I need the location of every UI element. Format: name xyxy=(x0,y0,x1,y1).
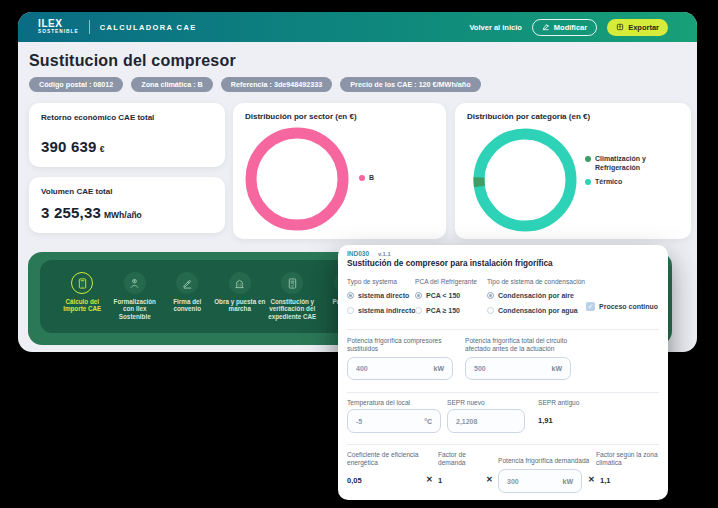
field-label-potencia-sustituidos: Potencia frigorífica compresores sustitu… xyxy=(347,337,451,353)
legend-item: B xyxy=(359,174,374,183)
chart-legend: B xyxy=(359,174,374,183)
donut-ring-sector xyxy=(251,133,343,225)
app-title: CALCULADORA CAE xyxy=(100,23,197,32)
input-temperatura[interactable]: -5 °C xyxy=(347,409,441,433)
divider xyxy=(347,329,659,330)
ilex-logo: ILEX SOSTENIBLE xyxy=(38,19,79,35)
donut-chart-sector xyxy=(241,123,353,235)
logo-text-bottom: SOSTENIBLE xyxy=(38,30,79,35)
group-label-tipo-sistema: Typo de systema xyxy=(347,278,397,286)
radio-sistema-indirecto[interactable]: sistema indirecto xyxy=(347,307,416,314)
stat-card-cae-volume: Volumen CAE total 3 255,33 MWh/año xyxy=(29,177,225,233)
step-label: Cálculo del Importe CAE xyxy=(56,298,109,313)
step-label: Formalización con Ilex Sostenible xyxy=(109,298,162,320)
legend-dot-icon xyxy=(585,156,591,162)
money-hand-icon xyxy=(129,278,140,289)
radio-icon xyxy=(415,307,422,314)
construction-icon xyxy=(234,278,245,289)
field-label-sepr-nuevo: SEPR nuevo xyxy=(447,399,485,407)
radio-icon xyxy=(487,292,494,299)
step-label: Obra y puesta en marcha xyxy=(214,298,267,313)
divider xyxy=(347,444,659,445)
modify-button-label: Modificar xyxy=(554,23,587,32)
radio-pca-menor-150[interactable]: PCA < 150 xyxy=(415,292,460,299)
calc-value-coeficiente: 0,05 xyxy=(347,476,362,485)
calc-label-factor-zona: Factor según la zona climática xyxy=(596,451,658,467)
calc-value-factor-demanda: 1 xyxy=(438,476,442,485)
radio-pca-mayor-150[interactable]: PCA ≥ 150 xyxy=(415,307,460,314)
back-to-home-link[interactable]: Volver al inicio xyxy=(469,23,521,32)
chart-card-sector: Distribución por sector (en €) B xyxy=(233,103,446,239)
radio-condensacion-aire[interactable]: Condensación por aire xyxy=(487,292,574,299)
logo-text-top: ILEX xyxy=(38,19,79,29)
chip-climate-zone: Zona climática : B xyxy=(131,77,213,92)
donut-chart-category xyxy=(469,124,581,236)
chart-card-category: Distribución por categoría (en €) Climat… xyxy=(455,103,691,239)
chart-legend: Climatización y Refrigeración Térmico xyxy=(585,155,657,187)
legend-item: Climatización y Refrigeración xyxy=(585,155,657,172)
multiply-icon: ✕ xyxy=(426,475,433,484)
checkbox-check-icon: ✓ xyxy=(586,302,595,311)
signature-pen-icon xyxy=(182,278,193,289)
step-label: Firma del convenio xyxy=(161,298,214,313)
edit-icon xyxy=(542,23,550,31)
calculator-icon xyxy=(77,278,88,289)
step-calculo-importe[interactable]: Cálculo del Importe CAE xyxy=(56,272,109,320)
form-title: Sustitución de compresor para instalació… xyxy=(347,259,553,268)
chips-row: Código postal : 08012 Zona climática : B… xyxy=(29,77,481,92)
stat-label: Volumen CAE total xyxy=(41,187,112,196)
step-label: Constitución y verificación del expedien… xyxy=(266,298,319,320)
legend-label: B xyxy=(369,174,374,183)
legend-label: Térmico xyxy=(595,178,622,187)
modify-button[interactable]: Modificar xyxy=(532,19,597,36)
legend-dot-icon xyxy=(359,175,365,181)
input-potencia-demandada[interactable]: 300 kW xyxy=(498,469,582,493)
step-formalizacion[interactable]: Formalización con Ilex Sostenible xyxy=(109,272,162,320)
calc-label-factor-demanda: Factor de demanda xyxy=(438,451,480,467)
donut-ring-termico xyxy=(479,134,571,226)
radio-icon xyxy=(347,307,354,314)
indicator-code: IND030 xyxy=(347,250,369,257)
input-potencia-total[interactable]: 500 kW xyxy=(465,357,571,380)
export-button[interactable]: Exportar xyxy=(607,19,668,36)
chip-postal-code: Código postal : 08012 xyxy=(29,77,123,92)
indicator-form-card: IND030 v.1.1 Sustitución de compresor pa… xyxy=(338,245,668,500)
stat-unit: MWh/año xyxy=(104,210,142,220)
export-button-label: Exportar xyxy=(628,23,659,32)
group-label-condensacion: Tipo de sistema de condensación xyxy=(487,278,585,286)
chip-reference: Referencia : 3de948492333 xyxy=(221,77,333,92)
group-label-pca: PCA del Refrigerante xyxy=(415,278,477,286)
stat-value: 3 255,33 xyxy=(41,204,101,221)
stat-unit: € xyxy=(100,144,105,154)
checkbox-proceso-continuo[interactable]: ✓ Proceso continuo xyxy=(586,302,658,311)
radio-condensacion-agua[interactable]: Condensación por agua xyxy=(487,307,578,314)
stat-card-economic-return: Retorno económico CAE total 390 639 € xyxy=(29,103,225,167)
field-label-potencia-total: Potencia frigorífica total del circuito … xyxy=(465,337,585,353)
input-potencia-sustituidos[interactable]: 400 kW xyxy=(347,357,453,380)
legend-dot-icon xyxy=(585,179,591,185)
step-obra-puesta-marcha[interactable]: Obra y puesta en marcha xyxy=(214,272,267,320)
stat-value: 390 639 xyxy=(41,138,97,155)
divider xyxy=(347,392,659,393)
radio-sistema-directo[interactable]: sistema directo xyxy=(347,292,409,299)
value-sepr-antiguo: 1,91 xyxy=(538,416,553,425)
multiply-icon: ✕ xyxy=(486,475,493,484)
radio-icon xyxy=(347,292,354,299)
radio-icon xyxy=(415,292,422,299)
chip-cae-price: Precio de los CAE : 120 €/MWh/año xyxy=(340,77,480,92)
export-icon xyxy=(616,23,624,31)
document-check-icon xyxy=(287,278,298,289)
input-sepr-nuevo[interactable]: 2,1208 xyxy=(447,409,525,433)
calc-value-factor-zona: 1,1 xyxy=(600,476,610,485)
app-header: ILEX SOSTENIBLE CALCULADORA CAE Volver a… xyxy=(18,12,697,42)
page-title: Sustitucion del compresor xyxy=(29,52,236,70)
legend-item: Térmico xyxy=(585,178,657,187)
chart-title: Distribución por categoría (en €) xyxy=(467,112,590,121)
calc-label-coeficiente: Coeficiente de eficiencia energética xyxy=(347,451,429,467)
stat-label: Retorno económico CAE total xyxy=(41,113,154,122)
field-label-sepr-antiguo: SEPR antiguo xyxy=(538,399,579,407)
step-firma-convenio[interactable]: Firma del convenio xyxy=(161,272,214,320)
step-constitucion-expediente[interactable]: Constitución y verificación del expedien… xyxy=(266,272,319,320)
multiply-icon: ✕ xyxy=(588,475,595,484)
radio-icon xyxy=(487,307,494,314)
